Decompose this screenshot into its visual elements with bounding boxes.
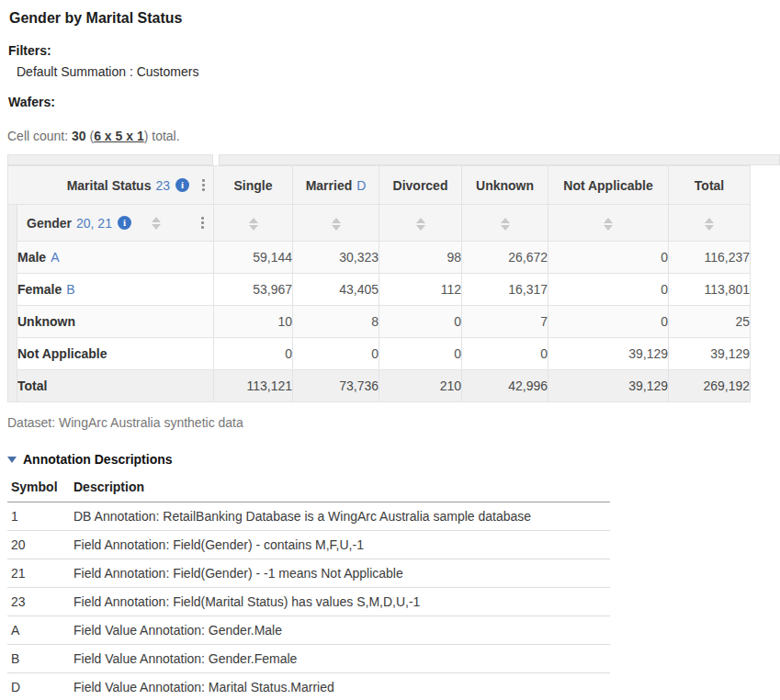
sort-cell-divorced	[379, 205, 462, 242]
dataset-note: Dataset: WingArc Australia synthetic dat…	[7, 415, 780, 430]
annotation-table: Symbol Description 1 DB Annotation: Reta…	[7, 476, 610, 700]
data-cell: 26,672	[462, 242, 548, 274]
annotation-description: Field Value Annotation: Gender.Female	[70, 645, 610, 673]
data-cell: 112	[379, 274, 462, 306]
data-cell: 16,317	[462, 274, 548, 306]
table-row: FemaleB 53,967 43,405 112 16,317 0 113,8…	[8, 274, 751, 306]
annotation-symbol: 21	[7, 559, 70, 588]
row-label: MaleA	[17, 242, 214, 274]
row-label-text: Unknown	[17, 314, 75, 329]
row-annotation-ref: A	[51, 250, 59, 265]
data-cell: 39,129	[548, 370, 669, 402]
page-title: Gender by Marital Status	[9, 10, 780, 27]
data-cell: 0	[293, 338, 379, 370]
gender-label: Gender	[27, 216, 72, 231]
data-cell: 116,237	[669, 242, 751, 274]
column-label: Divorced	[393, 178, 448, 193]
annotation-section-title: Annotation Descriptions	[23, 452, 173, 467]
cell-count: Cell count: 30 (6 x 5 x 1) total.	[7, 129, 780, 143]
gender-header-cell: Gender 20, 21	[17, 205, 214, 242]
annotation-table-header: Symbol Description	[7, 476, 610, 502]
data-cell: 8	[293, 306, 379, 338]
annotation-description: Field Annotation: Field(Gender) - contai…	[70, 531, 610, 559]
marital-status-label: Marital Status	[67, 178, 152, 193]
marital-status-annotation-ref: 23	[155, 178, 170, 193]
collapse-triangle-icon	[7, 457, 17, 463]
annotation-section-toggle[interactable]: Annotation Descriptions	[7, 452, 780, 467]
table-row-total: Total 113,121 73,736 210 42,996 39,129 2…	[8, 370, 751, 402]
cell-count-open: (	[86, 129, 95, 143]
sort-icon[interactable]	[501, 218, 510, 231]
annotation-symbol: A	[7, 616, 70, 645]
column-header-total: Total	[669, 166, 751, 205]
annotation-description: Field Value Annotation: Gender.Male	[70, 616, 610, 645]
annotation-symbol: 20	[7, 531, 70, 559]
data-cell: 59,144	[214, 242, 293, 274]
data-cell: 210	[379, 370, 462, 402]
gender-annotation-ref: 20, 21	[76, 216, 112, 231]
column-header-single: Single	[214, 166, 293, 205]
sort-icon[interactable]	[604, 218, 613, 231]
annotation-description-header: Description	[70, 476, 610, 502]
annotation-row: 21 Field Annotation: Field(Gender) - -1 …	[7, 559, 610, 588]
sort-icon[interactable]	[249, 218, 258, 231]
column-label: Unknown	[476, 178, 534, 193]
wafers-label: Wafers:	[8, 95, 780, 109]
sort-icon[interactable]	[705, 218, 714, 231]
annotation-symbol: B	[7, 645, 70, 673]
data-cell: 0	[379, 306, 462, 338]
data-cell: 0	[214, 338, 293, 370]
sort-cell-not-applicable	[548, 205, 669, 242]
row-label-text: Male	[17, 250, 46, 265]
sort-cell-total	[669, 205, 751, 242]
top-scroll-strip-right	[219, 154, 780, 165]
annotation-description: Field Value Annotation: Marital Status.M…	[70, 673, 610, 700]
annotation-description: DB Annotation: RetailBanking Database is…	[70, 502, 610, 531]
info-icon[interactable]	[118, 216, 131, 230]
sort-cell-married	[293, 205, 379, 242]
info-icon[interactable]	[175, 178, 189, 192]
sort-icon[interactable]	[152, 217, 161, 230]
column-header-married: MarriedD	[293, 166, 379, 205]
sort-cell-single	[214, 205, 293, 242]
data-cell: 25	[669, 306, 751, 338]
data-cell: 73,736	[293, 370, 379, 402]
cell-count-value: 30	[72, 129, 86, 143]
filters-label: Filters:	[8, 43, 780, 58]
kebab-menu-icon[interactable]	[200, 177, 207, 193]
annotation-row: D Field Value Annotation: Marital Status…	[7, 673, 610, 700]
column-label: Total	[695, 178, 724, 193]
column-label: Not Applicable	[563, 178, 653, 193]
annotation-row: A Field Value Annotation: Gender.Male	[7, 616, 610, 645]
data-cell: 42,996	[462, 370, 548, 402]
row-label: Unknown	[17, 306, 214, 338]
row-label: Total	[17, 370, 214, 402]
annotation-row: 23 Field Annotation: Field(Marital Statu…	[7, 588, 610, 616]
data-cell: 98	[379, 242, 462, 274]
data-cell: 39,129	[669, 338, 751, 370]
row-label: FemaleB	[17, 274, 214, 306]
top-scroll-strip	[7, 154, 780, 165]
data-cell: 39,129	[548, 338, 669, 370]
sort-icon[interactable]	[416, 218, 425, 231]
data-cell: 53,967	[214, 274, 293, 306]
sort-icon[interactable]	[332, 218, 341, 231]
data-cell: 0	[462, 338, 548, 370]
data-cell: 0	[379, 338, 462, 370]
row-label-text: Not Applicable	[17, 346, 107, 361]
column-dimension-row: Marital Status 23 Single MarriedD Divorc…	[8, 166, 751, 205]
annotation-row: B Field Value Annotation: Gender.Female	[7, 645, 610, 673]
column-header-divorced: Divorced	[379, 166, 462, 205]
row-label-text: Total	[17, 378, 47, 393]
row-dimension-row: Gender 20, 21	[8, 205, 751, 242]
cell-count-suffix: ) total.	[144, 129, 180, 143]
filters-value: Default Summation : Customers	[17, 64, 780, 79]
cell-count-dims-link[interactable]: 6 x 5 x 1	[94, 129, 144, 143]
data-cell: 7	[462, 306, 548, 338]
row-group-gutter	[8, 205, 17, 402]
data-cell: 113,121	[214, 370, 293, 402]
annotation-symbol: 23	[7, 588, 70, 616]
annotation-description: Field Annotation: Field(Marital Status) …	[70, 588, 610, 616]
kebab-menu-icon[interactable]	[199, 215, 206, 231]
annotation-symbol: 1	[7, 502, 70, 531]
